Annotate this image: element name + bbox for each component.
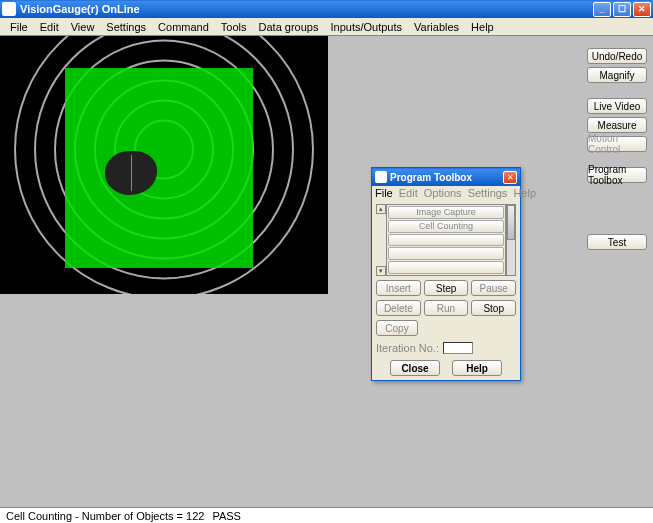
motion-control-button[interactable]: Motion Control <box>587 136 647 152</box>
app-icon <box>2 2 16 16</box>
main-menubar: File Edit View Settings Command Tools Da… <box>0 18 653 36</box>
window-title: VisionGauge(r) OnLine <box>20 3 593 15</box>
list-reorder-arrows: ▴ ▾ <box>376 204 386 276</box>
status-text: Cell Counting - Number of Objects = 122 <box>6 510 204 522</box>
live-video-button[interactable]: Live Video <box>587 98 647 114</box>
program-step-list[interactable]: Image Capture Cell Counting <box>386 204 506 276</box>
toolbox-menu-file[interactable]: File <box>375 187 393 199</box>
main-area: Undo/Redo Magnify Live Video Measure Mot… <box>0 36 653 507</box>
menu-datagroups[interactable]: Data groups <box>253 20 325 34</box>
measure-button[interactable]: Measure <box>587 117 647 133</box>
toolbox-close-btn[interactable]: Close <box>390 360 440 376</box>
roi-overlay <box>65 68 253 268</box>
toolbox-titlebar[interactable]: Program Toolbox ✕ <box>372 168 520 186</box>
menu-view[interactable]: View <box>65 20 101 34</box>
sidebar-buttons: Undo/Redo Magnify Live Video Measure Mot… <box>587 48 647 262</box>
toolbox-icon <box>375 171 387 183</box>
iteration-field <box>443 342 473 354</box>
menu-edit[interactable]: Edit <box>34 20 65 34</box>
iteration-label: Iteration No.: <box>376 342 439 354</box>
scrollbar-thumb[interactable] <box>507 205 515 240</box>
minimize-button[interactable]: _ <box>593 2 611 17</box>
menu-tools[interactable]: Tools <box>215 20 253 34</box>
toolbox-close-button[interactable]: ✕ <box>503 171 517 184</box>
test-button[interactable]: Test <box>587 234 647 250</box>
program-toolbox-window[interactable]: Program Toolbox ✕ File Edit Options Sett… <box>371 167 521 381</box>
program-toolbox-button[interactable]: Program Toolbox <box>587 167 647 183</box>
toolbox-menu-options[interactable]: Options <box>424 187 462 199</box>
stop-button[interactable]: Stop <box>471 300 516 316</box>
menu-variables[interactable]: Variables <box>408 20 465 34</box>
toolbox-menu-settings[interactable]: Settings <box>468 187 508 199</box>
magnify-button[interactable]: Magnify <box>587 67 647 83</box>
run-button[interactable]: Run <box>424 300 469 316</box>
list-item[interactable]: Image Capture <box>388 206 504 219</box>
delete-button[interactable]: Delete <box>376 300 421 316</box>
list-scrollbar[interactable] <box>506 204 516 276</box>
toolbox-menubar: File Edit Options Settings Help <box>372 186 520 200</box>
menu-file[interactable]: File <box>4 20 34 34</box>
list-item[interactable] <box>388 261 504 274</box>
list-item[interactable] <box>388 234 504 247</box>
toolbox-menu-help[interactable]: Help <box>513 187 536 199</box>
list-down-arrow[interactable]: ▾ <box>376 266 386 276</box>
copy-button[interactable]: Copy <box>376 320 418 336</box>
list-item[interactable]: Cell Counting <box>388 220 504 233</box>
status-result: PASS <box>212 510 241 522</box>
toolbox-menu-edit[interactable]: Edit <box>399 187 418 199</box>
toolbox-help-btn[interactable]: Help <box>452 360 502 376</box>
toolbox-title: Program Toolbox <box>390 172 503 183</box>
status-bar: Cell Counting - Number of Objects = 122 … <box>0 507 653 523</box>
window-titlebar: VisionGauge(r) OnLine _ ☐ ✕ <box>0 0 653 18</box>
menu-help[interactable]: Help <box>465 20 500 34</box>
list-up-arrow[interactable]: ▴ <box>376 204 386 214</box>
menu-settings[interactable]: Settings <box>100 20 152 34</box>
maximize-button[interactable]: ☐ <box>613 2 631 17</box>
image-view <box>0 36 328 294</box>
menu-command[interactable]: Command <box>152 20 215 34</box>
list-item[interactable] <box>388 247 504 260</box>
step-button[interactable]: Step <box>424 280 469 296</box>
menu-inputsoutputs[interactable]: Inputs/Outputs <box>324 20 408 34</box>
undo-redo-button[interactable]: Undo/Redo <box>587 48 647 64</box>
pause-button[interactable]: Pause <box>471 280 516 296</box>
close-button[interactable]: ✕ <box>633 2 651 17</box>
insert-button[interactable]: Insert <box>376 280 421 296</box>
